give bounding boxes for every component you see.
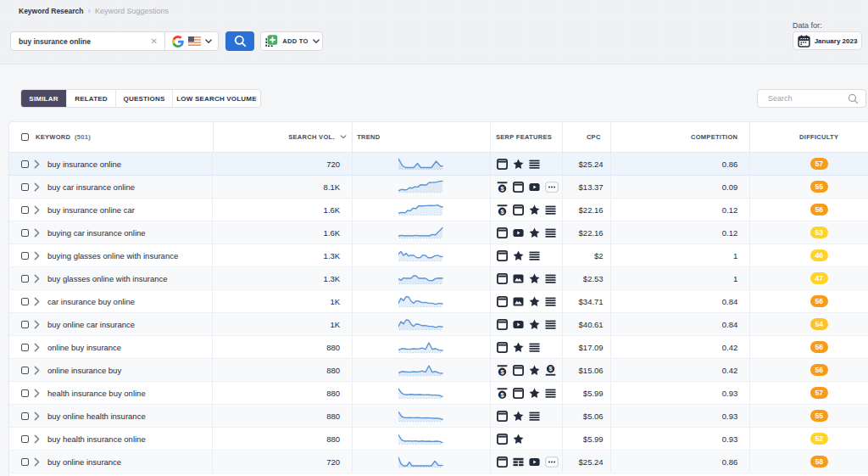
svg-text:$: $ (500, 390, 504, 398)
svg-text:$: $ (500, 207, 504, 215)
svg-text:$: $ (548, 365, 552, 372)
svg-text:$: $ (500, 367, 504, 375)
svg-text:$: $ (500, 184, 504, 192)
